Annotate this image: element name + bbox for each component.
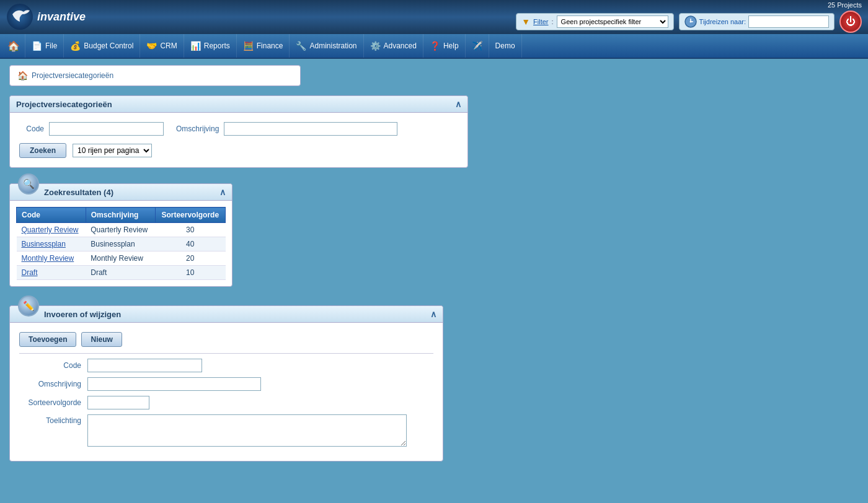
edit-code-input[interactable] (87, 359, 202, 372)
edit-panel-body: Toevoegen Nieuw Code Omschrijving Sortee… (10, 323, 443, 461)
logo-text: invantive (37, 11, 86, 24)
tijdreizen-area: Tijdreizen naar: (679, 13, 835, 30)
result-code-link[interactable]: Monthly Review (22, 254, 74, 263)
nav-item-demo[interactable]: Demo (489, 34, 522, 58)
search-panel-collapse-btn[interactable]: ∧ (455, 99, 461, 109)
nav-item-home[interactable]: 🏠 (2, 34, 25, 58)
nav-item-help[interactable]: ❓ Help (423, 34, 466, 58)
nav-item-airplane[interactable]: ✈️ (466, 34, 489, 58)
results-panel-title: Zoekresultaten (4) (44, 188, 113, 197)
breadcrumb: 🏠 Projectversiecategorieën (9, 65, 301, 86)
edit-panel-collapse-btn[interactable]: ∧ (430, 309, 436, 319)
nav-item-file[interactable]: 📄 File (25, 34, 64, 58)
edit-sortering-label: Sorteervolgorde (19, 398, 87, 407)
content: 🏠 Projectversiecategorieën Projectversie… (0, 59, 868, 492)
home-nav-icon: 🏠 (7, 40, 20, 52)
nav-advanced-label: Advanced (384, 42, 417, 50)
nav-admin-label: Administration (309, 42, 356, 50)
rows-per-page-select[interactable]: 10 rijen per pagina (73, 144, 152, 157)
filter-controls: ▼ Filter : Geen projectspecifiek filter (516, 13, 673, 30)
nav-demo-label: Demo (495, 42, 515, 50)
help-nav-icon: ❓ (430, 41, 440, 51)
nav-item-reports[interactable]: 📊 Reports (184, 34, 237, 58)
filter-select[interactable]: Geen projectspecifiek filter (557, 15, 668, 28)
zoeken-button[interactable]: Zoeken (19, 143, 66, 158)
file-nav-icon: 📄 (32, 41, 42, 51)
code-field-group: Code (19, 122, 164, 136)
result-omschrijving-cell: Businessplan (86, 237, 155, 252)
nav-item-budget-control[interactable]: 💰 Budget Control (64, 34, 140, 58)
crm-nav-icon: 🤝 (146, 41, 157, 51)
filter-link[interactable]: Filter (533, 18, 548, 25)
nav-item-crm[interactable]: 🤝 CRM (140, 34, 184, 58)
nav-item-advanced[interactable]: ⚙️ Advanced (364, 34, 423, 58)
edit-panel-header: Invoeren of wijzigen ∧ (10, 306, 443, 323)
project-count: 25 Projects (828, 1, 862, 9)
svg-point-4 (689, 21, 691, 23)
col-omschrijving: Omschrijving (86, 208, 155, 223)
omschrijving-field-group: Omschrijving (176, 122, 397, 136)
result-code-link[interactable]: Draft (22, 268, 38, 277)
tijdreizen-label: Tijdreizen naar: (699, 18, 746, 25)
search-form-row1: Code Omschrijving (19, 122, 458, 136)
edit-omschrijving-label: Omschrijving (19, 380, 87, 388)
breadcrumb-home-icon: 🏠 (17, 71, 28, 81)
search-panel-body: Code Omschrijving Zoeken 10 rijen per pa… (10, 113, 467, 167)
edit-toelichting-textarea[interactable] (87, 414, 407, 447)
filter-colon: : (552, 18, 554, 25)
nav-crm-label: CRM (160, 42, 177, 50)
nav-file-label: File (45, 42, 57, 50)
logo-icon (6, 3, 34, 31)
search-form-row2: Zoeken 10 rijen per pagina (19, 143, 458, 158)
edit-sortering-input[interactable] (87, 396, 149, 409)
code-label: Code (19, 125, 44, 133)
result-omschrijving-cell: Draft (86, 266, 155, 280)
edit-omschrijving-input[interactable] (87, 377, 261, 391)
result-sortering-cell: 20 (155, 252, 226, 266)
result-sortering-cell: 10 (155, 266, 226, 280)
topbar: invantive 25 Projects ▼ Filter : Geen pr… (0, 0, 868, 34)
filter-funnel-icon: ▼ (521, 17, 530, 27)
omschrijving-search-input[interactable] (224, 122, 397, 136)
results-panel-header: Zoekresultaten (4) ∧ (10, 184, 232, 201)
search-panel: Projectversiecategorieën ∧ Code Omschrij… (9, 95, 468, 168)
result-code-link[interactable]: Businessplan (22, 240, 66, 248)
nav-item-administration[interactable]: 🔧 Administration (290, 34, 363, 58)
edit-toelichting-row: Toelichting (19, 414, 433, 447)
results-tbody: Quarterly ReviewQuarterly Review30Busine… (17, 223, 226, 280)
table-row: Monthly ReviewMonthly Review20 (17, 252, 226, 266)
result-code-link[interactable]: Quarterly Review (22, 225, 79, 234)
table-row: Quarterly ReviewQuarterly Review30 (17, 223, 226, 237)
search-panel-header-left: Projectversiecategorieën (16, 100, 112, 109)
search-section: Projectversiecategorieën ∧ Code Omschrij… (9, 95, 468, 168)
edit-sortering-row: Sorteervolgorde (19, 396, 433, 409)
clock-icon (684, 15, 697, 28)
budget-nav-icon: 💰 (70, 41, 81, 51)
edit-toelichting-label: Toelichting (19, 414, 87, 425)
edit-action-buttons: Toevoegen Nieuw (19, 332, 433, 347)
nav-reports-label: Reports (204, 42, 230, 50)
table-row: BusinessplanBusinessplan40 (17, 237, 226, 252)
search-panel-header: Projectversiecategorieën ∧ (10, 96, 467, 113)
filter-right: 25 Projects ▼ Filter : Geen projectspeci… (516, 1, 862, 33)
edit-code-row: Code (19, 359, 433, 372)
airplane-nav-icon: ✈️ (472, 41, 482, 51)
edit-panel-title: Invoeren of wijzigen (44, 310, 121, 319)
tijdreizen-input[interactable] (748, 15, 829, 28)
edit-omschrijving-row: Omschrijving (19, 377, 433, 391)
results-table: Code Omschrijving Sorteervolgorde Quarte… (16, 207, 226, 280)
advanced-nav-icon: ⚙️ (370, 41, 381, 51)
code-input[interactable] (49, 122, 164, 136)
nieuw-button[interactable]: Nieuw (81, 332, 122, 347)
nav-help-label: Help (443, 42, 459, 50)
results-panel-body: Code Omschrijving Sorteervolgorde Quarte… (10, 201, 232, 286)
col-sorteervolgorde: Sorteervolgorde (155, 208, 226, 223)
results-section-icon: 🔍 (18, 173, 39, 195)
nav-finance-label: Finance (257, 42, 283, 50)
search-panel-title: Projectversiecategorieën (16, 100, 112, 109)
power-button[interactable]: ⏻ (839, 11, 862, 33)
nav-item-finance[interactable]: 🧮 Finance (237, 34, 290, 58)
logo-area: invantive (6, 3, 86, 31)
toevoegen-button[interactable]: Toevoegen (19, 332, 76, 347)
results-panel-collapse-btn[interactable]: ∧ (219, 187, 226, 197)
